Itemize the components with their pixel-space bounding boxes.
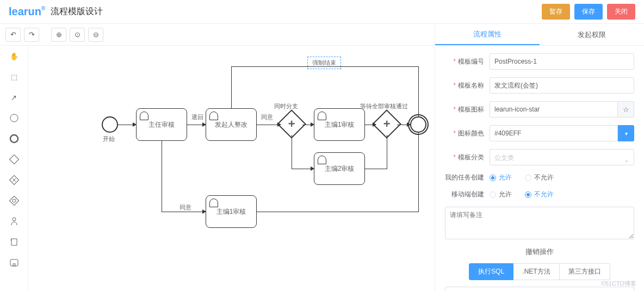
input-code[interactable] [490, 53, 634, 70]
color-picker-button[interactable]: ▾ [618, 125, 634, 141]
zoom-in-button[interactable]: ⊙ [70, 28, 85, 42]
radio-mytask-allow[interactable]: 允许 [490, 173, 512, 182]
header-buttons: 暂存 保存 关闭 [542, 4, 635, 20]
edge-back-label: 退回 [191, 113, 203, 121]
svg-point-0 [10, 114, 18, 122]
start-label: 开始 [103, 135, 115, 143]
undo-button[interactable]: ↶ [5, 28, 21, 42]
radio-mobile-deny[interactable]: 不允许 [525, 190, 554, 199]
icon-picker-button[interactable]: ☆ [618, 101, 634, 117]
logo: learun® [9, 5, 45, 18]
zoom-fit-button[interactable]: ⊕ [51, 28, 66, 42]
select-category[interactable]: 公文类 [490, 149, 634, 165]
input-color[interactable] [490, 125, 618, 141]
edge-agree2-label: 同意 [179, 203, 191, 212]
toolbar: ↶ ↷ ⊕ ⊙ ⊖ [0, 24, 435, 46]
zoom-out-button[interactable]: ⊖ [88, 28, 103, 42]
label-name: 模板名称 [445, 81, 484, 90]
hand-tool-icon[interactable]: ✋ [8, 50, 20, 62]
gateway-x-icon[interactable] [8, 174, 20, 186]
start-event[interactable] [102, 116, 118, 133]
save-temp-button[interactable]: 暂存 [542, 4, 570, 20]
label-category: 模板分类 [445, 153, 484, 162]
textarea-remark[interactable] [445, 207, 634, 239]
svg-rect-8 [13, 264, 15, 266]
label-mobile: 移动端创建 [445, 190, 484, 199]
seg-3rd[interactable]: 第三方接口 [560, 263, 610, 280]
script-task-icon[interactable] [8, 236, 20, 248]
task-node-4[interactable]: 主编2审核 [314, 152, 365, 185]
lasso-tool-icon[interactable]: ⬚ [8, 71, 20, 83]
editor-column: ↶ ↷ ⊕ ⊙ ⊖ ✋ ⬚ ↗ 强制结束 [0, 24, 435, 291]
radio-mobile-allow[interactable]: 允许 [490, 190, 512, 199]
seg-sql[interactable]: 执行SQL [469, 263, 513, 280]
radio-mytask-deny[interactable]: 不允许 [525, 173, 554, 182]
connect-tool-icon[interactable]: ↗ [8, 91, 20, 103]
end-event-icon[interactable] [8, 133, 20, 145]
redo-button[interactable]: ↷ [24, 28, 39, 42]
revoke-method-segment: 执行SQL .NET方法 第三方接口 [445, 263, 634, 280]
page-title: 流程模版设计 [51, 6, 103, 17]
edge-agree-label: 同意 [261, 113, 273, 121]
task-node-2[interactable]: 发起人整改 [206, 108, 257, 141]
panel-tabs: 流程属性 发起权限 [435, 24, 644, 46]
property-panel: 流程属性 发起权限 模板编号 模板名称 模板图标 ☆ 图标颜色 [435, 24, 644, 291]
end-event[interactable] [410, 116, 426, 133]
label-mytask: 我的任务创建 [445, 173, 484, 182]
label-code: 模板编号 [445, 57, 484, 66]
parallel-gateway-split[interactable]: + [277, 109, 306, 139]
parallel-gateway-join[interactable]: + [372, 109, 401, 139]
tab-flow-props[interactable]: 流程属性 [435, 24, 540, 45]
label-color: 图标颜色 [445, 129, 484, 138]
save-button[interactable]: 保存 [574, 4, 603, 20]
svg-point-1 [10, 135, 18, 143]
svg-rect-2 [9, 155, 18, 164]
edge-wait-label: 等待全部审核通过 [360, 102, 408, 110]
svg-point-6 [13, 218, 16, 221]
subprocess-icon[interactable] [8, 257, 20, 269]
close-button[interactable]: 关闭 [607, 4, 635, 20]
label-icon: 模板图标 [445, 105, 484, 114]
svg-point-5 [13, 199, 16, 202]
bpmn-canvas[interactable]: 强制结束 开始 主任审核 退回 发起人整改 同意 + 同时分支 主编1审核 主编… [28, 46, 435, 291]
input-icon[interactable] [490, 101, 618, 117]
svg-rect-4 [9, 196, 18, 206]
task-node-1[interactable]: 主任审核 [136, 108, 187, 141]
tab-start-perm[interactable]: 发起权限 [540, 24, 644, 45]
section-revoke-title: 撤销操作 [445, 247, 634, 257]
svg-rect-7 [10, 259, 18, 266]
header: learun® 流程模版设计 暂存 保存 关闭 [0, 0, 644, 24]
force-end-label[interactable]: 强制结束 [307, 57, 341, 69]
watermark: ©51CTO博客 [601, 280, 636, 288]
task-node-3[interactable]: 主编1审核 [314, 108, 365, 141]
input-name[interactable] [490, 77, 634, 94]
gateway-o-icon[interactable] [8, 195, 20, 207]
edge-parallel-label: 同时分支 [274, 102, 298, 110]
task-node-5[interactable]: 主编1审核 [206, 195, 257, 228]
shape-palette: ✋ ⬚ ↗ [0, 46, 28, 291]
logo-wrap: learun® 流程模版设计 [9, 5, 103, 18]
seg-net[interactable]: .NET方法 [513, 263, 559, 280]
user-task-icon[interactable] [8, 215, 20, 227]
gateway-icon[interactable] [8, 153, 20, 165]
start-event-icon[interactable] [8, 112, 20, 124]
